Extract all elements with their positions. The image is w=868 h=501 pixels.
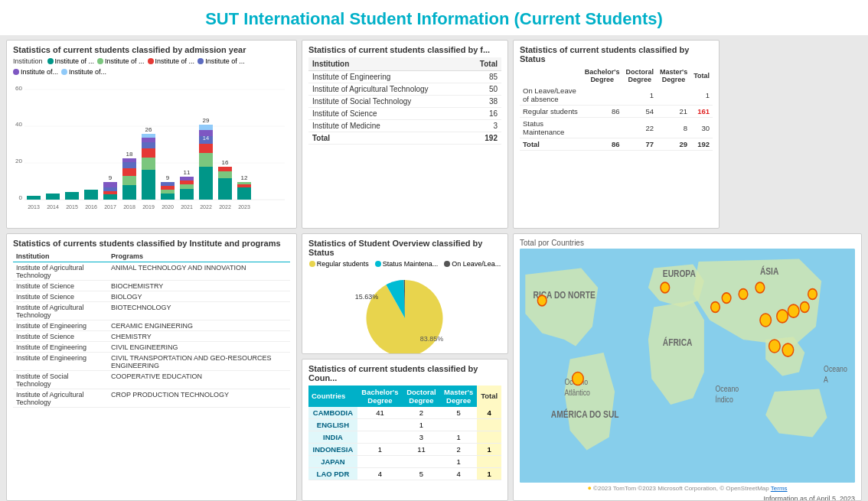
- svg-text:ÁSIA: ÁSIA: [760, 266, 778, 276]
- programs-table-row: Institute of ScienceBIOLOGY: [13, 291, 290, 302]
- svg-rect-14: [84, 190, 98, 200]
- status-doctoral: 54: [622, 106, 657, 118]
- map-background: RICA DO NORTE EUROPA ÁSIA Oceano Atlânti…: [520, 249, 855, 483]
- ctry-col-master: Master'sDegree: [440, 386, 478, 407]
- svg-point-90: [782, 343, 794, 356]
- country-master: 1: [440, 455, 478, 467]
- svg-rect-44: [180, 181, 194, 184]
- prog-inst: Institute of Agricultural Technology: [13, 262, 108, 281]
- legend-label-2: Institute of ...: [105, 57, 145, 65]
- legend-dot-3: [148, 58, 154, 64]
- svg-rect-39: [161, 190, 175, 194]
- country-table-row: ENGLISH 1: [308, 418, 501, 431]
- faculty-table-row: Institute of Science16: [308, 108, 501, 120]
- svg-text:EUROPA: EUROPA: [663, 269, 696, 279]
- svg-text:2020: 2020: [162, 204, 174, 210]
- svg-point-83: [777, 310, 788, 323]
- programs-table-row: Institute of Agricultural TechnologyANIM…: [13, 262, 290, 281]
- status-table-row: Regular students 86 54 21 161: [520, 106, 713, 118]
- svg-rect-12: [65, 192, 79, 200]
- legend-item-3: Institute of ...: [148, 57, 195, 65]
- svg-text:Índico: Índico: [716, 395, 733, 404]
- programs-table-row: Institute of EngineeringCERAMIC ENGINEER…: [13, 320, 290, 331]
- svg-text:20: 20: [15, 158, 22, 164]
- admission-chart-legend: Institution Institute of ... Institute o…: [13, 57, 290, 76]
- svg-point-89: [769, 340, 781, 353]
- status-doctoral: 22: [622, 118, 657, 138]
- svg-text:2018: 2018: [123, 204, 135, 210]
- ctry-col-country: Countries: [308, 386, 357, 407]
- status-cell: Regular students: [520, 106, 582, 118]
- prog-inst: Institute of Science: [13, 331, 108, 342]
- prog-inst: Institute of Science: [13, 281, 108, 291]
- programs-table-row: Institute of EngineeringCIVIL ENGINEERIN…: [13, 342, 290, 353]
- prog-inst: Institute of Science: [13, 291, 108, 302]
- overview-legend-2: Status Maintena...: [375, 260, 439, 268]
- svg-rect-17: [103, 187, 117, 191]
- svg-rect-57: [218, 167, 232, 171]
- svg-text:40: 40: [15, 121, 22, 128]
- country-name: JAPAN: [308, 455, 357, 467]
- svg-rect-24: [122, 168, 136, 176]
- faculty-table-row: Institute of Social Technology38: [308, 96, 501, 108]
- country-bachelor: [357, 455, 403, 467]
- faculty-inst: Institute of Agricultural Technology: [308, 83, 468, 96]
- country-table-panel: Statistics of current students classifie…: [302, 359, 508, 501]
- country-name: INDIA: [308, 431, 357, 443]
- svg-rect-38: [161, 186, 175, 190]
- faculty-total-label: Total: [308, 132, 468, 145]
- svg-rect-62: [237, 182, 251, 184]
- svg-rect-18: [103, 191, 117, 194]
- overview-dot-3: [444, 261, 450, 267]
- legend-label-6: Institute of...: [69, 68, 106, 76]
- faculty-total-value: 192: [468, 132, 501, 145]
- faculty-inst: Institute of Engineering: [308, 71, 468, 83]
- country-total: 1: [477, 443, 501, 455]
- svg-rect-58: [218, 171, 232, 178]
- programs-table-row: Institute of Agricultural TechnologyCROP…: [13, 389, 290, 408]
- overview-title: Statistics of Student Overview classifie…: [308, 239, 501, 257]
- legend-label-1: Institute of ...: [55, 57, 95, 65]
- programs-panel: Statistics of currents students classifi…: [6, 233, 297, 501]
- prog-program: BIOTECHNOLOGY: [108, 302, 290, 320]
- legend-item-6: Institute of...: [61, 68, 106, 76]
- status-table: Bachelor'sDegree DoctoralDegree Master's…: [520, 67, 713, 151]
- svg-point-88: [755, 282, 765, 293]
- faculty-col-institution: Institution: [308, 57, 468, 71]
- status-total: 161: [690, 106, 713, 118]
- faculty-total: 3: [468, 120, 501, 132]
- faculty-table-row: Institute of Medicine3: [308, 120, 501, 132]
- programs-table-row: Institute of ScienceBIOCHEMISTRY: [13, 281, 290, 291]
- top-row: Statistics of current students classifie…: [6, 40, 862, 229]
- svg-text:83.85%: 83.85%: [420, 335, 444, 343]
- country-doctoral: 5: [403, 467, 440, 480]
- prog-col-inst: Institution: [13, 251, 108, 262]
- programs-table-row: Institute of EngineeringCIVIL TRANSPORTA…: [13, 353, 290, 371]
- map-svg: RICA DO NORTE EUROPA ÁSIA Oceano Atlânti…: [520, 249, 855, 483]
- legend-label-4: Institute of ...: [205, 57, 245, 65]
- country-bachelor: 41: [357, 407, 403, 419]
- svg-text:15.63%: 15.63%: [355, 293, 379, 301]
- faculty-total-row: Total192: [308, 132, 501, 145]
- country-doctoral: 3: [403, 431, 440, 443]
- legend-dot-6: [61, 69, 67, 75]
- svg-text:60: 60: [15, 85, 22, 92]
- ctry-col-bachelor: Bachelor'sDegree: [357, 386, 403, 407]
- country-table-row: INDONESIA 1 11 2 1: [308, 443, 501, 455]
- country-total: [477, 418, 501, 431]
- status-bachelor: [582, 85, 623, 106]
- svg-point-92: [800, 302, 809, 313]
- svg-rect-63: [237, 184, 251, 187]
- svg-rect-29: [142, 134, 155, 138]
- prog-inst: Institute of Agricultural Technology: [13, 302, 108, 320]
- svg-text:12: 12: [241, 174, 248, 181]
- svg-rect-22: [122, 158, 136, 162]
- country-bachelor: [357, 418, 403, 431]
- svg-text:14: 14: [203, 135, 209, 142]
- overview-legend: Regular students Status Maintena... On L…: [308, 260, 501, 268]
- status-total: 1: [690, 85, 713, 106]
- svg-rect-10: [46, 194, 60, 200]
- map-panel: Total por Countries: [513, 233, 862, 501]
- svg-text:2021: 2021: [181, 204, 193, 210]
- country-bachelor: 1: [357, 443, 403, 455]
